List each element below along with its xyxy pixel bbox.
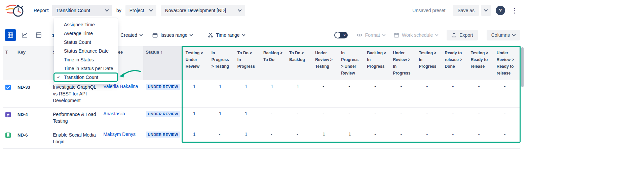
scrollbar-thumb[interactable] [521,47,524,87]
bookmark-icon [6,133,10,137]
menu-item-status-entrance-date[interactable]: Status Entrance Date [54,47,118,55]
issue-type-cell [3,128,15,148]
transition-count-cell: 1 [235,128,261,148]
report-type-value: Transition Count [56,8,90,13]
column-header-label: To Do > In Progress [237,51,255,69]
column-header-label: Under Review > In Progress [393,51,410,76]
time-range-label: Time range [216,32,239,38]
story-type-icon[interactable] [5,133,11,138]
column-header-transition[interactable]: Under Review > Testing [312,46,338,80]
vertical-scrollbar[interactable] [521,47,524,141]
display-toggle[interactable]: × [334,32,348,38]
report-type-select[interactable]: Transition Count [52,5,112,16]
column-header-transition[interactable]: Testing > Ready to release [468,46,494,80]
export-button[interactable]: Export [447,30,478,40]
transition-count-cell: 1 [287,80,312,107]
chart-view-button[interactable] [19,29,30,41]
column-header-transition[interactable]: To Do > In Progress [235,46,261,80]
menu-item-time-in-status[interactable]: Time in Status [54,55,118,64]
column-header-label: Testing > Ready to release [471,51,488,69]
transition-count-cell: - [390,80,416,107]
columns-button[interactable]: Columns [487,30,520,40]
transition-count-cell: - [287,128,312,148]
column-header-label: Backlog > In Progress [367,51,386,69]
chevron-down-icon [382,33,385,36]
transition-count-cell: - [338,80,364,107]
column-header-transition[interactable]: Backlog > In Progress [364,46,390,80]
issue-type-cell [3,80,15,107]
menu-item-time-in-status-per-date[interactable]: Time in Status per Date [54,64,118,73]
column-header-transition[interactable]: Backlog > To Do [261,46,287,80]
column-header-label: Testing > In Progress [419,51,437,69]
transition-count-cell: - [442,80,468,107]
epic-type-icon[interactable] [5,112,11,117]
issue-key: ND-6 [15,128,50,148]
issues-range-select[interactable]: Issues range [152,32,192,38]
assignee-link[interactable]: Anastasiia [103,111,125,116]
column-header-transition[interactable]: In Progress > Under Review [338,46,364,80]
pivot-view-button[interactable] [33,29,44,41]
column-header-transition[interactable]: Under Review > Ready to release [494,46,520,80]
transition-count-cell: - [390,107,416,128]
toggle-knob [335,32,340,38]
groupby-value: Project [129,8,144,13]
issues-range-label: Issues range [160,32,187,38]
toolbar-right-group: × Format Work schedule [334,30,520,40]
save-as-dropdown-button[interactable] [481,5,491,16]
columns-label: Columns [491,32,510,38]
transition-count-cell: - [468,128,494,148]
menu-item-assignee-time[interactable]: Assignee Time [54,20,118,29]
column-header-transition[interactable]: Under Review > In Progress [390,46,416,80]
transition-count-cell: 1 [312,128,338,148]
table-view-button[interactable] [5,29,16,41]
column-header-key[interactable]: Key [15,46,50,80]
sort-field-select[interactable]: Created [120,32,142,38]
transition-count-cell: 1 [183,80,209,107]
column-header-label: Backlog > To Do [263,51,282,62]
groupby-select[interactable]: Project [125,5,156,16]
task-type-icon[interactable] [5,85,11,90]
transition-count-cell: 1 [235,80,261,107]
menu-item-average-time[interactable]: Average Time [54,29,118,38]
chart-view-icon [22,32,28,38]
save-as-button[interactable]: Save as [453,5,479,16]
column-header-transition[interactable]: To Do > Backlog [287,46,312,80]
column-header-label: Status [146,50,159,55]
project-select[interactable]: NovaCore Development [ND] [161,5,245,16]
column-header-transition[interactable]: Testing > In Progress [416,46,442,80]
format-select[interactable]: Format [356,32,385,38]
column-header-label: Ready to release > Done [445,51,462,69]
column-header-transition[interactable]: Ready to release > Done [442,46,468,80]
kebab-menu-button[interactable]: ⋮ [510,7,519,14]
column-header-transition[interactable]: In Progress > Testing [209,46,235,80]
eye-icon [356,33,363,37]
issue-key: ND-33 [15,80,50,107]
column-header-label: To Do > Backlog [289,51,305,62]
chevron-down-icon [105,8,109,11]
work-schedule-select[interactable]: Work schedule [394,32,438,38]
menu-item-status-count[interactable]: Status Count [54,38,118,47]
chevron-down-icon [149,8,153,11]
column-header-status[interactable]: Status↑ [143,46,183,80]
column-header-transition[interactable]: Testing > Under Review [183,46,209,80]
transition-count-cell: 1 [209,80,235,107]
issue-key: ND-4 [15,107,50,128]
chevron-down-icon [512,32,516,36]
assignee-link[interactable]: Valeriia Bakalina [103,84,138,89]
transition-count-cell: - [416,128,442,148]
project-value: NovaCore Development [ND] [165,8,226,13]
transition-count-cell: - [442,107,468,128]
transition-count-cell: 1 [338,128,364,148]
chevron-down-icon [484,8,488,11]
sort-field-value: Created [120,32,137,38]
issue-summary: Enable Social Media Login [50,128,101,148]
help-button[interactable]: ? [496,6,505,15]
time-range-select[interactable]: Time range [208,32,244,38]
transition-count-cell: 1 [183,107,209,128]
column-header-type[interactable]: T [3,46,15,80]
menu-item-transition-count[interactable]: ✓ Transition Count [54,73,118,82]
assignee-link[interactable]: Maksym Denys [103,132,136,137]
transition-count-cell: - [312,80,338,107]
status-badge: UNDER REVIEW [146,111,180,117]
chevron-down-icon [140,33,143,36]
